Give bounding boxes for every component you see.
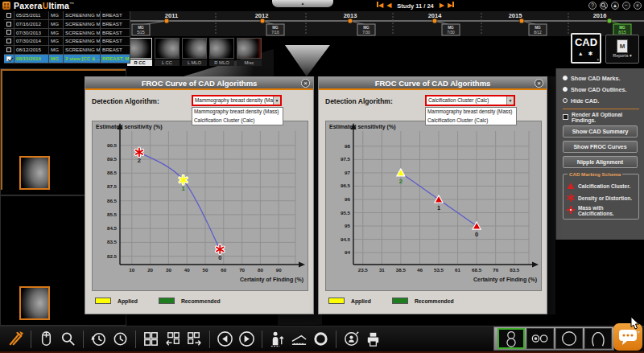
study-row[interactable]: 07/30/2013MGSCREENING M...BREAST bbox=[4, 29, 130, 38]
svg-text:80: 80 bbox=[258, 267, 263, 273]
collapse-icon[interactable]: ▲ bbox=[611, 2, 619, 10]
froc-chart-panel: Estimated sensitivity (%) 9494.59595.596… bbox=[325, 121, 542, 291]
user-clock-button[interactable] bbox=[341, 329, 362, 350]
timeline-study-marker[interactable]: MG5/25 bbox=[132, 24, 150, 35]
svg-text:MG: MG bbox=[619, 26, 625, 30]
chevron-down-icon[interactable]: ▼ bbox=[273, 96, 280, 105]
study-checkbox[interactable] bbox=[4, 37, 14, 45]
layout-grid-icon bbox=[142, 330, 160, 348]
study-row[interactable]: 08/12/2015MGSCREENING M...BREAST bbox=[4, 46, 130, 55]
close-icon[interactable]: × bbox=[535, 79, 543, 88]
preset-mlo-pair-button[interactable] bbox=[497, 328, 525, 349]
cad-display-option[interactable]: Show CAD Outlines. bbox=[563, 84, 639, 95]
viewport-preview-thumbnail[interactable] bbox=[19, 156, 50, 190]
timeline-collapse-tab[interactable]: ▲ bbox=[272, 0, 333, 7]
help-icon[interactable]: ? bbox=[588, 2, 597, 10]
search-icon[interactable] bbox=[600, 2, 608, 10]
chat-options-caret[interactable]: ▾ bbox=[638, 329, 640, 335]
tools-button[interactable] bbox=[5, 329, 27, 350]
layout-send-left-button[interactable] bbox=[162, 329, 184, 350]
layout-send-right-button[interactable] bbox=[184, 329, 205, 350]
svg-text:7/16: 7/16 bbox=[271, 31, 279, 35]
zoom-icon bbox=[59, 330, 77, 348]
algorithm-combobox[interactable]: Calcification Cluster (Calc) ▼ bbox=[425, 95, 515, 106]
preset-cc-pair-button[interactable] bbox=[526, 328, 554, 349]
viewport-preview-thumbnail[interactable] bbox=[19, 286, 50, 320]
print-icon bbox=[364, 330, 382, 348]
series-thumbnail[interactable]: Misc bbox=[237, 38, 262, 66]
nipple-alignment-button[interactable]: Nipple Alignment bbox=[563, 156, 638, 168]
close-icon[interactable]: × bbox=[301, 79, 310, 88]
ruler-button[interactable] bbox=[288, 329, 310, 350]
prev-study-button[interactable]: ◀ bbox=[386, 2, 391, 10]
checkbox-icon bbox=[6, 13, 11, 18]
active-viewport-highlight bbox=[1, 69, 126, 71]
dropdown-option[interactable]: Mammography breast density (Mass) bbox=[192, 108, 283, 117]
dropdown-option[interactable]: Calcification Cluster (Calc) bbox=[426, 117, 516, 125]
series-thumbnail[interactable]: L CC bbox=[155, 38, 180, 66]
timeline-study-marker[interactable]: MG7/16 bbox=[266, 24, 284, 35]
nav-next-button[interactable] bbox=[236, 329, 258, 350]
x-axis-label: Certainty of Finding (%) bbox=[240, 277, 303, 283]
next-study-button[interactable]: ▶ bbox=[440, 2, 444, 10]
cad-options-panel: Show CAD Marks.Show CAD Outlines.Hide CA… bbox=[555, 68, 644, 240]
study-checkbox[interactable] bbox=[4, 46, 14, 54]
last-study-button[interactable]: ▶ bbox=[448, 2, 454, 10]
svg-text:95.5: 95.5 bbox=[341, 210, 351, 215]
toolbar-separator bbox=[83, 330, 84, 348]
preset-single-icon bbox=[556, 329, 582, 348]
show-cad-summary-button[interactable]: Show CAD Summary bbox=[563, 125, 638, 138]
preset-horseshoe-button[interactable] bbox=[584, 328, 612, 349]
study-row[interactable]: 05/25/2011MGSCREENING M...BREAST bbox=[4, 11, 130, 20]
clock-button[interactable] bbox=[109, 329, 131, 350]
reports-button[interactable]: M Reports ▾ bbox=[605, 35, 639, 64]
series-thumbnail[interactable]: R MLO bbox=[209, 38, 234, 66]
study-checkbox[interactable] bbox=[4, 20, 14, 28]
preset-horseshoe-icon bbox=[585, 329, 611, 348]
study-row[interactable]: 08/15/2016MG2 view [CC & ...BREAST, Misc bbox=[4, 55, 130, 64]
timeline-study-marker[interactable]: MG7/30 bbox=[442, 24, 460, 35]
mouse-button[interactable] bbox=[35, 329, 57, 350]
render-optional-findings-checkbox[interactable]: Render All Optional Findings. bbox=[563, 112, 639, 122]
svg-text:76: 76 bbox=[493, 267, 498, 273]
app-menu-icon[interactable] bbox=[2, 2, 10, 10]
dropdown-option[interactable]: Calcification Cluster (Calc) bbox=[192, 117, 283, 125]
series-thumbnail[interactable]: R CC bbox=[127, 38, 152, 66]
preset-cc-pair-icon bbox=[527, 329, 553, 348]
history-button[interactable] bbox=[88, 329, 109, 350]
series-thumbnail[interactable]: L MLO bbox=[182, 38, 207, 66]
user-clock-icon bbox=[342, 330, 361, 348]
preset-single-button[interactable] bbox=[555, 328, 583, 349]
show-froc-curves-button[interactable]: Show FROC Curves bbox=[563, 141, 638, 153]
study-timeline[interactable]: 201120122013201420152016MG5/25MG7/16MG7/… bbox=[126, 11, 644, 36]
patient-button[interactable] bbox=[266, 329, 288, 350]
study-row[interactable]: 07/30/2014MGSCREENING M...BREAST bbox=[4, 37, 130, 46]
study-checkbox[interactable] bbox=[4, 11, 14, 19]
study-checkbox[interactable] bbox=[4, 55, 14, 63]
algorithm-dropdown-list: Mammography breast density (Mass)Calcifi… bbox=[425, 107, 517, 125]
timeline-dot bbox=[607, 18, 612, 23]
minimize-icon[interactable]: − bbox=[622, 2, 630, 10]
timeline-study-marker[interactable]: MG7/30 bbox=[357, 24, 375, 35]
chevron-down-icon[interactable]: ▼ bbox=[506, 96, 514, 105]
close-icon[interactable]: × bbox=[634, 2, 642, 10]
study-description: SCREENING M... bbox=[64, 37, 101, 45]
cad-display-option[interactable]: Show CAD Marks. bbox=[563, 72, 639, 84]
timeline-study-marker[interactable]: MG8/12 bbox=[529, 24, 547, 35]
ellipse-roi-button[interactable] bbox=[310, 329, 332, 350]
schema-item: Mass with Calcifications. bbox=[567, 204, 636, 216]
timeline-dot bbox=[164, 18, 169, 23]
algorithm-combobox[interactable]: Mammography breast density (Mass) ▼ bbox=[192, 95, 282, 106]
layout-grid-button[interactable] bbox=[140, 329, 162, 350]
dropdown-option[interactable]: Mammography breast density (Mass) bbox=[426, 108, 516, 117]
cad-button[interactable]: CAD ▲ ✱ ▾ bbox=[571, 33, 601, 64]
first-study-button[interactable]: ◀ bbox=[377, 2, 383, 10]
zoom-button[interactable] bbox=[57, 329, 79, 350]
cad-display-option[interactable]: Hide CAD. bbox=[563, 95, 639, 106]
print-button[interactable] bbox=[362, 329, 384, 350]
study-row[interactable]: 07/16/2012MGSCREENING M...BREAST bbox=[4, 20, 130, 29]
timeline-study-marker[interactable]: MG8/15 bbox=[613, 24, 631, 35]
nav-prev-button[interactable] bbox=[214, 329, 236, 350]
svg-text:70: 70 bbox=[239, 267, 245, 273]
study-checkbox[interactable] bbox=[4, 29, 14, 37]
